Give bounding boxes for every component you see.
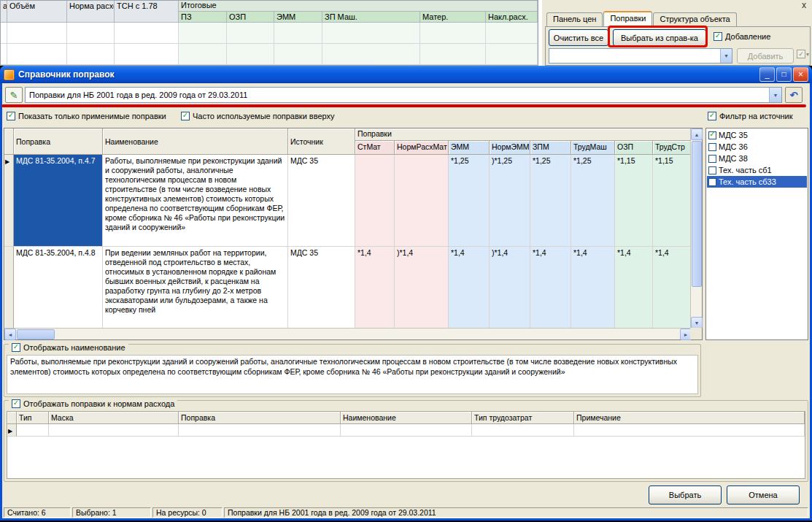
col-header-naimenovanie[interactable]: Наименование [341,412,472,424]
reference-dropdown-button[interactable]: ▼ [769,88,781,102]
col-header-zpm[interactable]: ЗПМ [530,141,571,155]
col-header-trudmash[interactable]: ТрудМаш [571,141,615,155]
grid-row-2[interactable]: МДС 81-35.2004, п.4.8 При ведении землян… [4,247,692,329]
col-header-popravka[interactable]: Поправка [179,412,341,424]
reference-combobox-value: Поправки для НБ 2001 года в ред. 2009 го… [29,91,247,99]
addition-combobox[interactable]: ▼ [549,48,732,64]
checkbox-box: ✓ [708,112,716,120]
scroll-left-button[interactable]: ◄ [4,329,16,340]
scroll-up-button[interactable]: ▲ [691,128,703,140]
arrow-down-icon: ▼ [695,321,700,326]
add-button[interactable]: Добавить [737,48,794,64]
dropdown-button[interactable]: ▼ [720,49,732,63]
vertical-scroll-thumb[interactable] [692,141,702,287]
cell-value[interactable] [355,155,395,247]
col-header-normemm[interactable]: НормЭММ [490,141,530,155]
cell-value[interactable]: *1,25 [571,155,615,247]
checkbox-box: ✓ [12,399,20,408]
col-header-naimenovanie[interactable]: Наименование [103,128,288,155]
maximize-button[interactable]: □ [776,67,792,82]
filter-item-tech-sb1[interactable]: Тех. часть сб1 [707,164,807,176]
panel-close-icon[interactable]: х [802,0,806,10]
checkbox-box[interactable] [708,166,716,174]
col-header-emm[interactable]: ЭММ [449,141,490,155]
cell-code[interactable]: МДС 81-35.2004, п.4.8 [14,247,103,329]
frequent-top-checkbox[interactable]: ✓ Часто используемые поправки вверху [181,112,335,120]
cell-source[interactable]: МДС 35 [288,247,355,329]
cell-code[interactable]: МДС 81-35.2004, п.4.7 [14,155,103,247]
col-header-maska[interactable]: Маска [49,412,179,424]
cell-name[interactable]: При ведении земляных работ на территории… [103,247,288,329]
cell-value[interactable]: *1,4 [653,247,692,329]
scroll-down-button[interactable]: ▼ [691,317,703,329]
tab-panel-cen[interactable]: Панель цен [546,12,603,26]
filter-source-label: Фильтр на источник [719,112,792,120]
checkbox-box[interactable] [708,143,716,151]
col-header-trudstr[interactable]: ТрудСтр [653,141,692,155]
cell-source[interactable]: МДС 35 [288,155,355,247]
edit-reference-button[interactable]: ✎ [5,87,23,103]
col-header-istochnik[interactable]: Источник [288,128,355,155]
row-marker-cell [4,247,14,329]
grid-row-1[interactable]: ▶ МДС 81-35.2004, п.4.7 Работы, выполняе… [4,155,692,247]
horizontal-scrollbar[interactable]: ◄ ► [4,328,692,339]
cell-value[interactable]: *1,4 [571,247,615,329]
col-header-popravka[interactable]: Поправка [14,128,103,155]
filter-item-mds38[interactable]: МДС 38 [707,153,807,164]
col-header-stmat[interactable]: СтМат [355,141,395,155]
show-name-checkbox[interactable]: ✓ Отображать наименование [9,343,128,352]
checkbox-box[interactable] [708,178,716,186]
clear-all-button[interactable]: Очистить все [549,29,608,46]
checkbox-box[interactable] [708,155,716,163]
vertical-scrollbar[interactable]: ▲ ▼ [690,128,702,329]
col-header-naklrash: Накл.расх. [486,12,538,23]
arrow-left-icon: ◄ [8,332,13,337]
cell-value[interactable]: *1,4 [449,247,490,329]
cell-value[interactable]: *1,4 [615,247,653,329]
filter-item-mds36[interactable]: МДС 36 [707,141,807,153]
reference-combobox[interactable]: Поправки для НБ 2001 года в ред. 2009 го… [25,87,782,103]
cell-value[interactable]: )*1,4 [395,247,449,329]
close-icon: × [798,70,803,79]
estimate-grid-row [1,44,538,65]
cell-value[interactable]: *1,15 [615,155,653,247]
cell-value[interactable]: *1,25 [449,155,490,247]
checkbox-box[interactable]: ✓ [708,131,716,139]
show-applicable-checkbox[interactable]: ✓ Показать только применимые поправки [7,112,166,120]
add-flag-toggle[interactable]: ✓ ▾ [797,50,809,58]
minimize-button[interactable]: _ [759,67,775,82]
cell-name[interactable]: Работы, выполняемые при реконструкции зд… [103,155,288,247]
cell-value[interactable]: *1,4 [530,247,571,329]
col-header-obem: Объём [7,1,67,23]
col-header-zpmash: ЗП Маш. [322,12,420,23]
horizontal-scroll-thumb[interactable] [17,329,55,339]
dialog-titlebar[interactable]: Справочник поправок _ □ × [0,66,812,83]
tab-popravki[interactable]: Поправки [603,11,652,26]
annotation-red-box [608,26,708,47]
close-button[interactable]: × [793,67,808,82]
filter-item-tech-sb33[interactable]: Тех. часть сб33 [707,176,807,188]
cancel-button[interactable]: Отмена [727,485,800,504]
corrections-grid: Поправка Наименование Источник Поправки … [4,128,703,340]
cell-value[interactable]: )*1,4 [490,247,530,329]
cell-value[interactable]: )*1,25 [490,155,530,247]
cell-value[interactable]: *1,15 [653,155,692,247]
cell-value[interactable] [395,155,449,247]
cell-value[interactable]: *1,25 [530,155,571,247]
addition-checkbox[interactable]: ✓ Добавление [714,32,770,41]
statusbar: Считано: 6 Выбрано: 1 На ресурсы: 0 Попр… [2,507,810,518]
tab-struktura-obekta[interactable]: Структура объекта [653,12,736,26]
col-header-ozp[interactable]: ОЗП [615,141,653,155]
col-header-tip[interactable]: Тип [17,412,49,424]
cell-value[interactable]: *1,4 [355,247,395,329]
show-norms-checkbox[interactable]: ✓ Отображать поправки к нормам расхода [9,399,177,408]
select-button[interactable]: Выбрать [649,485,722,504]
col-header-primechanie[interactable]: Примечание [574,412,805,424]
filter-source-checkbox[interactable]: ✓ Фильтр на источник [708,112,792,120]
col-header-tip-trudozatrat[interactable]: Тип трудозатрат [472,412,574,424]
totals-group-label: Итоговые [179,1,538,12]
filter-item-mds35[interactable]: ✓ МДС 35 [707,129,807,141]
undo-button[interactable]: ↶ [785,87,803,103]
col-header-normrashmat[interactable]: НормРасхМат [395,141,449,155]
norms-grid-empty-row[interactable]: ▶ [7,424,805,437]
